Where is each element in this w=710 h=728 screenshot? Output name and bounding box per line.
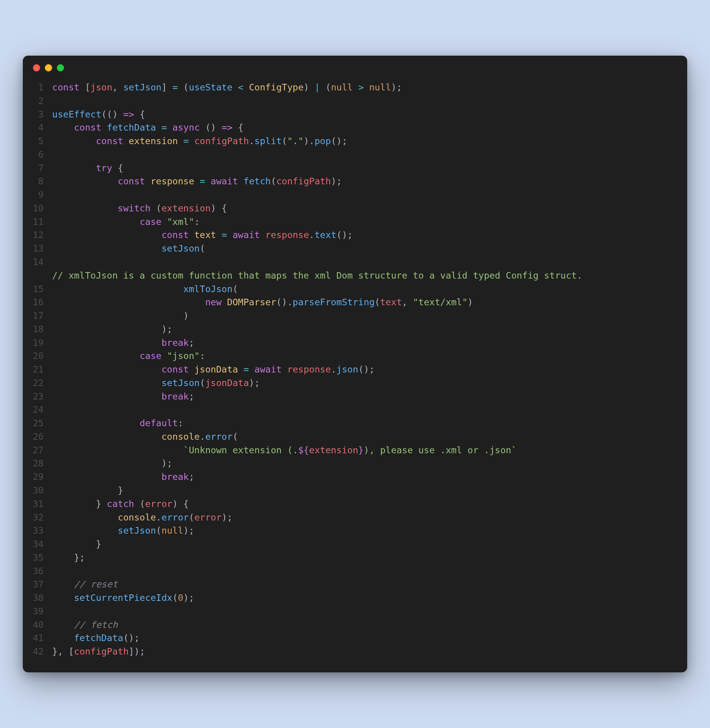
inline-comment: // xmlToJson is a custom function that m… [30, 269, 676, 282]
code-editor[interactable]: 1const [json, setJson] = (useState < Con… [23, 77, 687, 672]
code-line: 26 console.error( [30, 430, 676, 444]
code-line: 14 [30, 255, 676, 269]
line-number: 5 [30, 134, 52, 148]
line-number: 4 [30, 121, 52, 134]
code-line: 28 ); [30, 457, 676, 470]
line-number: 36 [30, 565, 52, 578]
line-number: 16 [30, 296, 52, 309]
code-line: 4 const fetchData = async () => { [30, 121, 676, 134]
code-line: 39 [30, 605, 676, 618]
code-content: try { [52, 162, 123, 175]
code-line: 30 } [30, 484, 676, 497]
code-line: 2 [30, 94, 676, 108]
line-number: 7 [30, 162, 52, 175]
code-line: 31 } catch (error) { [30, 497, 676, 511]
code-line: 16 new DOMParser().parseFromString(text,… [30, 296, 676, 309]
code-content: const extension = configPath.split(".").… [52, 134, 347, 148]
code-line: 10 switch (extension) { [30, 202, 676, 215]
line-number: 42 [30, 645, 52, 658]
code-content: setJson(null); [52, 524, 194, 537]
code-line: 36 [30, 565, 676, 578]
line-number: 35 [30, 551, 52, 565]
code-line: 35 }; [30, 551, 676, 565]
line-number: 38 [30, 591, 52, 605]
code-content: setJson( [52, 242, 205, 255]
code-line: 12 const text = await response.text(); [30, 228, 676, 242]
line-number: 40 [30, 618, 52, 632]
line-number: 1 [30, 81, 52, 94]
line-number: 30 [30, 484, 52, 497]
line-number: 11 [30, 215, 52, 229]
code-line: 25 default: [30, 417, 676, 430]
line-number: 17 [30, 309, 52, 323]
code-content: case "xml": [52, 215, 200, 229]
code-content: break; [52, 336, 194, 350]
line-number: 26 [30, 430, 52, 444]
code-line: 19 break; [30, 336, 676, 350]
line-number: 20 [30, 349, 52, 363]
code-line: 17 ) [30, 309, 676, 323]
code-content: }; [52, 551, 85, 565]
code-content: default: [52, 417, 183, 430]
code-content: `Unknown extension (.${extension}), plea… [52, 444, 517, 457]
code-content: } catch (error) { [52, 497, 189, 511]
line-number: 12 [30, 228, 52, 242]
code-line: 42}, [configPath]); [30, 645, 676, 658]
line-number: 23 [30, 390, 52, 403]
line-number: 19 [30, 336, 52, 350]
code-line: 7 try { [30, 162, 676, 175]
line-number: 28 [30, 457, 52, 470]
code-line: 32 console.error(error); [30, 511, 676, 524]
code-line: 34 } [30, 537, 676, 551]
line-number: 39 [30, 605, 52, 618]
code-content: break; [52, 470, 194, 484]
line-number: 31 [30, 497, 52, 511]
line-number: 29 [30, 470, 52, 484]
line-number: 8 [30, 175, 52, 188]
line-number: 24 [30, 403, 52, 417]
line-number: 9 [30, 188, 52, 202]
code-content: const fetchData = async () => { [52, 121, 243, 134]
minimize-icon[interactable] [45, 64, 52, 71]
code-line: 27 `Unknown extension (.${extension}), p… [30, 444, 676, 457]
line-number: 34 [30, 537, 52, 551]
close-icon[interactable] [33, 64, 40, 71]
code-content: switch (extension) { [52, 202, 227, 215]
line-number: 27 [30, 444, 52, 457]
code-line: 29 break; [30, 470, 676, 484]
code-content: ) [52, 309, 189, 323]
code-line: 1const [json, setJson] = (useState < Con… [30, 81, 676, 94]
line-number: 33 [30, 524, 52, 537]
code-line: 37 // reset [30, 578, 676, 591]
code-line: 20 case "json": [30, 349, 676, 363]
code-line: 38 setCurrentPieceIdx(0); [30, 591, 676, 605]
line-number: 10 [30, 202, 52, 215]
code-line: 21 const jsonData = await response.json(… [30, 363, 676, 376]
line-number: 14 [30, 255, 52, 269]
zoom-icon[interactable] [57, 64, 64, 71]
code-content: xmlToJson( [52, 282, 238, 296]
code-content: } [52, 484, 123, 497]
code-content: const jsonData = await response.json(); [52, 363, 375, 376]
code-line: 3useEffect(() => { [30, 108, 676, 121]
code-line: 9 [30, 188, 676, 202]
line-number: 41 [30, 631, 52, 645]
line-number: 6 [30, 148, 52, 162]
code-content: const [json, setJson] = (useState < Conf… [52, 81, 402, 94]
code-content: fetchData(); [52, 631, 139, 645]
code-content: new DOMParser().parseFromString(text, "t… [52, 296, 473, 309]
code-content: const text = await response.text(); [52, 228, 353, 242]
line-number: 22 [30, 376, 52, 390]
code-line: 24 [30, 403, 676, 417]
code-content: } [52, 537, 101, 551]
code-line: 41 fetchData(); [30, 631, 676, 645]
code-content: setJson(jsonData); [52, 376, 260, 390]
code-content: // reset [52, 578, 118, 591]
code-line: 13 setJson( [30, 242, 676, 255]
code-line: 8 const response = await fetch(configPat… [30, 175, 676, 188]
code-content: break; [52, 390, 194, 403]
code-line: 23 break; [30, 390, 676, 403]
code-line: 5 const extension = configPath.split("."… [30, 134, 676, 148]
code-content: ); [52, 457, 172, 470]
line-number: 3 [30, 108, 52, 121]
